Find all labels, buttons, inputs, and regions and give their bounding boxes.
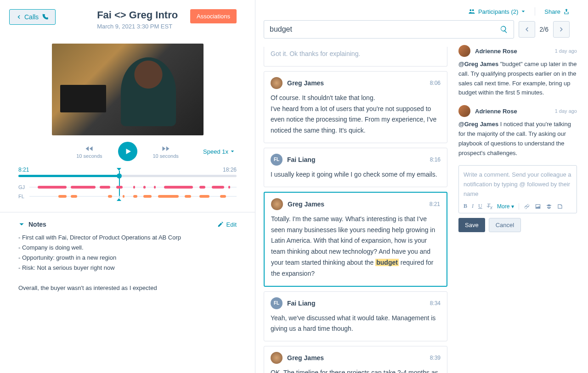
speaker-name: Greg James [288, 200, 324, 208]
comment-time: 1 day ago [555, 48, 577, 54]
share-button[interactable]: Share [544, 8, 570, 15]
chevron-down-icon [521, 9, 526, 14]
search-prev-button[interactable] [519, 21, 535, 38]
transcript-bubble[interactable]: FLFai Liang8:34Yeah, we've discussed wha… [264, 291, 447, 342]
call-title: Fai <> Greg Intro [97, 9, 190, 21]
avatar [271, 198, 283, 210]
avatar [271, 352, 283, 364]
transcript-text: Yeah, we've discussed what it would take… [271, 313, 441, 335]
transcript-bubble[interactable]: Greg James8:06Of course. It shouldn't ta… [264, 71, 447, 143]
rewind-label: 10 seconds [76, 153, 102, 159]
transcript-list[interactable]: Got it. Ok thanks for explaining.Greg Ja… [264, 45, 453, 373]
participants-dropdown[interactable]: Participants (2) [468, 8, 526, 15]
chevron-right-icon [558, 26, 565, 33]
avatar [458, 105, 470, 117]
transcript-text: OK. The timeline for these projects can … [271, 367, 441, 373]
current-time: 8:21 [18, 167, 29, 173]
total-time: 18:26 [223, 167, 237, 173]
speaker-fl-label: FL [18, 194, 29, 199]
transcript-text: Of course. It shouldn't take that long.I… [271, 93, 441, 136]
playhead-marker-top [117, 168, 121, 171]
playhead-marker-bottom [117, 198, 121, 201]
comment-placeholder: Write a comment. Send your colleague a n… [464, 170, 572, 199]
people-icon [468, 8, 475, 15]
italic-button[interactable]: I [472, 203, 474, 210]
comment-time: 1 day ago [555, 108, 577, 114]
comment: Adrienne Rose1 day ago@Greg James I noti… [458, 105, 577, 158]
comment-text: @Greg James "budget" came up later in th… [458, 60, 577, 98]
associations-button[interactable]: Associations [190, 9, 237, 23]
timestamp: 8:21 [430, 201, 440, 207]
timestamp: 8:16 [430, 156, 441, 163]
speaker-gj-label: GJ [18, 184, 29, 190]
play-button[interactable] [118, 142, 137, 161]
transcript-bubble[interactable]: Got it. Ok thanks for explaining. [264, 47, 447, 67]
mention[interactable]: @Greg James [458, 61, 498, 67]
avatar: FL [271, 154, 283, 166]
forward-icon[interactable] [161, 144, 170, 153]
phone-icon [41, 13, 49, 21]
clear-format-button[interactable]: Tx [487, 203, 492, 210]
editor-toolbar: B I U Tx More ▾ [464, 203, 572, 210]
transcript-bubble[interactable]: FLFai Liang8:16I usually keep it going w… [264, 148, 447, 187]
back-to-calls-button[interactable]: Calls [9, 9, 56, 25]
divider [535, 7, 535, 16]
rewind-icon[interactable] [85, 144, 94, 153]
share-icon [563, 8, 570, 15]
avatar [458, 45, 470, 57]
chevron-left-icon [16, 14, 22, 20]
comment-text: @Greg James I noticed that you're talkin… [458, 120, 577, 158]
timestamp: 8:34 [430, 300, 441, 306]
link-icon[interactable] [524, 203, 530, 210]
timestamp: 8:06 [430, 80, 441, 86]
chevron-down-icon [18, 221, 25, 228]
speaker-fl-track[interactable] [29, 195, 237, 198]
play-icon [124, 147, 132, 156]
speaker-name: Greg James [287, 354, 324, 362]
search-icon[interactable] [500, 25, 508, 33]
transcript-text: I usually keep it going while I go check… [271, 169, 441, 180]
transcript-bubble[interactable]: Greg James8:21Totally. I'm the same way.… [264, 192, 447, 287]
transcript-search[interactable] [264, 20, 514, 39]
chevron-down-icon [230, 149, 235, 154]
comment: Adrienne Rose1 day ago@Greg James "budge… [458, 45, 577, 98]
progress-track[interactable] [18, 175, 237, 177]
timestamp: 8:39 [430, 355, 441, 361]
speed-selector[interactable]: Speed 1x [203, 148, 235, 155]
notes-body: - First call with Fai, Director of Produ… [18, 233, 237, 294]
forward-label: 10 seconds [153, 153, 179, 159]
search-highlight: budget [375, 259, 399, 266]
snippet-icon[interactable] [557, 203, 563, 210]
chevron-left-icon [524, 26, 530, 33]
speaker-name: Greg James [287, 79, 324, 87]
bold-button[interactable]: B [464, 203, 467, 210]
mention[interactable]: @Greg James [458, 121, 498, 128]
search-input[interactable] [270, 25, 500, 33]
speaker-name: Fai Liang [287, 156, 315, 163]
save-comment-button[interactable]: Save [458, 218, 485, 232]
speaker-name: Fai Liang [287, 300, 315, 307]
search-next-button[interactable] [553, 21, 570, 38]
comments-panel: Adrienne Rose1 day ago@Greg James "budge… [453, 45, 588, 373]
search-result-count: 2/6 [540, 26, 548, 33]
video-thumbnail[interactable] [52, 44, 204, 135]
avatar [271, 77, 283, 89]
call-date: March 9, 2021 3:30 PM EST [97, 23, 190, 30]
playhead-line [119, 171, 120, 197]
comment-author: Adrienne Rose [475, 108, 517, 115]
notes-toggle[interactable]: Notes [18, 221, 46, 228]
cancel-comment-button[interactable]: Cancel [489, 218, 521, 232]
transcript-text: Totally. I'm the same way. What's intere… [271, 214, 440, 279]
comment-author: Adrienne Rose [475, 48, 517, 55]
comment-editor[interactable]: Write a comment. Send your colleague a n… [458, 165, 577, 213]
notes-edit-button[interactable]: Edit [217, 221, 237, 228]
avatar: FL [271, 297, 283, 309]
transcript-bubble[interactable]: Greg James8:39OK. The timeline for these… [264, 346, 447, 373]
video-icon[interactable] [546, 203, 552, 210]
underline-button[interactable]: U [478, 203, 482, 210]
more-dropdown[interactable]: More ▾ [497, 203, 514, 210]
pencil-icon [217, 221, 224, 228]
back-label: Calls [24, 13, 39, 21]
speaker-gj-track[interactable] [29, 186, 237, 189]
image-icon[interactable] [535, 203, 541, 210]
